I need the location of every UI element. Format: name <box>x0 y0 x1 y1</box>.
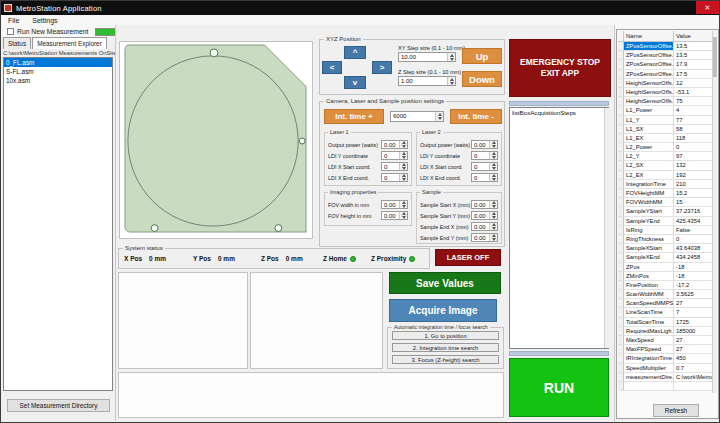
field-input[interactable]: 0.00 <box>381 200 408 209</box>
name-column-header[interactable]: Name <box>624 31 674 42</box>
table-row[interactable]: ScanSpeedMMPS 27 <box>618 299 714 308</box>
spinner-icon[interactable] <box>489 201 497 208</box>
table-row[interactable]: LineScanTime 7 <box>618 308 714 317</box>
spinner-icon[interactable] <box>489 223 497 230</box>
table-row[interactable]: IsRing False <box>618 226 714 235</box>
field-input[interactable]: 0 <box>381 151 408 160</box>
field-input[interactable]: 0 <box>471 162 498 171</box>
measurement-file-list[interactable]: 0_FL.asmS-FL.asm10x.asm <box>3 57 113 391</box>
table-row[interactable]: ZMinPos -18 <box>618 272 714 281</box>
table-row[interactable]: MaxSpeed 27 <box>618 336 714 345</box>
z-down-button[interactable]: Down <box>462 71 502 87</box>
field-input[interactable]: 0.00 <box>471 200 498 209</box>
emergency-stop-button[interactable]: EMERGENCY STOP EXIT APP <box>509 39 611 97</box>
table-row[interactable]: TotalScanTime 1725 <box>618 318 714 327</box>
run-new-measurement-checkbox[interactable] <box>7 28 14 35</box>
list-item[interactable]: 0_FL.asm <box>4 58 112 67</box>
jog-left-button[interactable]: < <box>322 61 342 74</box>
table-row[interactable]: ZPosSensorOffse... 13.5 <box>618 51 714 60</box>
field-input[interactable]: 0 <box>471 173 498 182</box>
table-row[interactable]: L2_SX 132 <box>618 161 714 170</box>
table-row[interactable]: L2_Power 0 <box>618 143 714 152</box>
spinner-icon[interactable] <box>447 53 455 61</box>
jog-right-button[interactable]: > <box>372 61 392 74</box>
table-row[interactable]: ZPosSensorOffse... 17.5 <box>618 70 714 79</box>
field-input[interactable]: 0 <box>381 162 408 171</box>
acquire-image-button[interactable]: Acquire Image <box>389 299 497 322</box>
table-row[interactable]: HeightSensorOffs... 12 <box>618 79 714 88</box>
auto-search-step-button[interactable]: 1. Go to position <box>392 331 499 340</box>
field-input[interactable]: 0.00 <box>381 140 408 149</box>
list-item[interactable]: 10x.asm <box>4 76 112 85</box>
list-item[interactable]: listBoxAcquisitionSteps <box>510 108 608 117</box>
table-row[interactable]: L1_SX 58 <box>618 125 714 134</box>
field-input[interactable]: 0.00 <box>381 211 408 220</box>
field-input[interactable]: 0.00 <box>471 211 498 220</box>
xy-step-input[interactable]: 10.00 <box>398 52 456 62</box>
field-input[interactable]: 0.00 <box>471 222 498 231</box>
close-icon[interactable]: ✕ <box>696 1 719 14</box>
int-time-minus-button[interactable]: Int. time - <box>450 109 502 124</box>
int-time-plus-button[interactable]: Int. time + <box>324 109 384 124</box>
field-input[interactable]: 0.00 <box>471 140 498 149</box>
table-row[interactable]: SampleXEnd 434.2458 <box>618 253 714 262</box>
list-item[interactable]: S-FL.asm <box>4 67 112 76</box>
jog-down-button[interactable]: v <box>344 76 366 89</box>
table-row[interactable]: SampleYStart 37.23716 <box>618 207 714 216</box>
field-input[interactable]: 0.00 <box>471 233 498 242</box>
auto-search-step-button[interactable]: 2. Integration time search <box>392 343 499 352</box>
int-time-input[interactable]: 6000 <box>390 111 444 122</box>
acquisition-scrollbar[interactable] <box>604 108 609 348</box>
z-up-button[interactable]: Up <box>462 48 502 64</box>
table-row[interactable]: FinePosition -17.2 <box>618 281 714 290</box>
grid-scrollbar[interactable] <box>712 31 717 393</box>
spinner-icon[interactable] <box>489 141 497 148</box>
menu-item[interactable]: File <box>8 17 19 24</box>
menu-item[interactable]: Settings <box>32 17 57 24</box>
table-row[interactable]: ZPosSensorOffse... 17.9 <box>618 60 714 69</box>
spinner-icon[interactable] <box>447 77 455 85</box>
table-row[interactable]: ZPos -18 <box>618 263 714 272</box>
table-row[interactable]: L2_Y 97 <box>618 152 714 161</box>
auto-search-step-button[interactable]: 3. Focus (Z-height) search <box>392 355 499 364</box>
value-column-header[interactable]: Value <box>674 31 714 42</box>
spinner-icon[interactable] <box>489 163 497 170</box>
spinner-icon[interactable] <box>489 234 497 241</box>
table-row[interactable] <box>618 382 714 391</box>
spinner-icon[interactable] <box>435 112 443 121</box>
refresh-button[interactable]: Refresh <box>653 404 699 417</box>
spinner-icon[interactable] <box>399 163 407 170</box>
z-step-input[interactable]: 1.00 <box>398 76 456 86</box>
set-measurement-directory-button[interactable]: Set Measurement Directory <box>7 399 110 412</box>
table-row[interactable]: ZPosSensorOffse... 13.5 <box>618 42 714 51</box>
field-input[interactable]: 0 <box>471 151 498 160</box>
spinner-icon[interactable] <box>489 152 497 159</box>
spinner-icon[interactable] <box>399 174 407 181</box>
table-row[interactable]: SampleXStart 43.64038 <box>618 244 714 253</box>
spinner-icon[interactable] <box>399 152 407 159</box>
tab[interactable]: Measurement Explorer <box>32 37 107 49</box>
spinner-icon[interactable] <box>399 141 407 148</box>
table-row[interactable]: HeightSensorOffs... 75 <box>618 97 714 106</box>
spinner-icon[interactable] <box>489 212 497 219</box>
table-row[interactable]: RequiredMaxLigh... 185000 <box>618 327 714 336</box>
laser-off-button[interactable]: LASER OFF <box>435 249 501 266</box>
table-row[interactable]: IRIntegrationTime 450 <box>618 354 714 363</box>
table-row[interactable]: measurementDire... C:\work\MetroSt... <box>618 373 714 382</box>
table-row[interactable]: RingThickness 0 <box>618 235 714 244</box>
table-row[interactable]: MaxFPSpeed 27 <box>618 345 714 354</box>
table-row[interactable]: FOVWidthMM 15 <box>618 198 714 207</box>
table-row[interactable]: SpeedMultiplier 0.7 <box>618 364 714 373</box>
table-row[interactable]: L1_Y 77 <box>618 116 714 125</box>
table-row[interactable]: FOVHeightMM 15.2 <box>618 189 714 198</box>
field-input[interactable]: 0 <box>381 173 408 182</box>
save-values-button[interactable]: Save Values <box>389 272 501 294</box>
table-row[interactable]: L2_EX 192 <box>618 171 714 180</box>
table-row[interactable]: IntegrationTime 210 <box>618 180 714 189</box>
table-row[interactable]: HeightSensorOffs... -53.1 <box>618 88 714 97</box>
table-row[interactable]: ScanWidthMM 3.5625 <box>618 290 714 299</box>
table-row[interactable]: L1_Power 4 <box>618 106 714 115</box>
run-button[interactable]: RUN <box>509 358 609 417</box>
acquisition-steps-list[interactable]: listBoxAcquisitionSteps <box>509 107 609 349</box>
tab[interactable]: Status <box>3 37 31 49</box>
